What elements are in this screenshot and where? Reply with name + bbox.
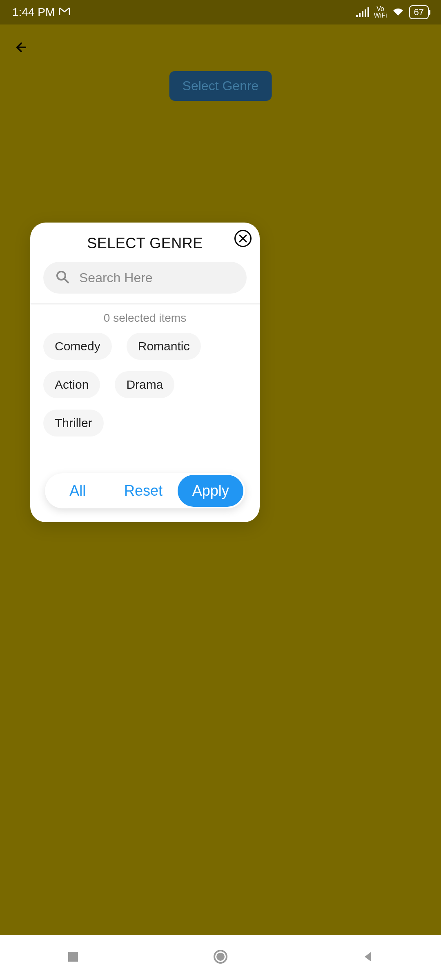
all-button[interactable]: All bbox=[45, 473, 111, 508]
app-body: Select Genre SELECT GENRE 0 selected ite… bbox=[0, 24, 441, 935]
reset-button[interactable]: Reset bbox=[111, 473, 176, 508]
navigation-bar bbox=[0, 935, 441, 980]
status-left: 1:44 PM bbox=[12, 6, 70, 19]
nav-back-button[interactable] bbox=[361, 949, 375, 966]
genre-chip-action[interactable]: Action bbox=[43, 371, 100, 398]
nav-home-button[interactable] bbox=[212, 949, 229, 967]
apply-button[interactable]: Apply bbox=[178, 475, 243, 507]
search-wrap bbox=[30, 262, 260, 303]
battery-indicator: 67 bbox=[409, 5, 429, 19]
status-bar: 1:44 PM Vo WiFi 67 bbox=[0, 0, 441, 24]
search-icon bbox=[56, 270, 69, 285]
genre-chip-drama[interactable]: Drama bbox=[115, 371, 174, 398]
gmail-icon bbox=[59, 6, 70, 19]
svg-rect-4 bbox=[368, 7, 369, 17]
svg-rect-1 bbox=[359, 13, 361, 17]
svg-point-9 bbox=[216, 953, 225, 961]
dialog-title: SELECT GENRE bbox=[42, 235, 247, 252]
genre-chip-romantic[interactable]: Romantic bbox=[127, 333, 201, 360]
selected-count-label: 0 selected items bbox=[30, 305, 260, 329]
search-field[interactable] bbox=[43, 262, 247, 294]
genre-chips: Comedy Romantic Action Drama Thriller bbox=[30, 329, 260, 449]
nav-recent-button[interactable] bbox=[66, 949, 80, 966]
svg-rect-2 bbox=[362, 11, 363, 17]
status-right: Vo WiFi 67 bbox=[356, 5, 429, 19]
svg-rect-3 bbox=[365, 9, 366, 17]
genre-chip-comedy[interactable]: Comedy bbox=[43, 333, 112, 360]
wifi-icon bbox=[392, 6, 404, 19]
dialog-actions: All Reset Apply bbox=[45, 473, 245, 508]
genre-chip-thriller[interactable]: Thriller bbox=[43, 410, 104, 437]
vowifi-label: Vo WiFi bbox=[374, 6, 387, 19]
select-genre-dialog: SELECT GENRE 0 selected items Comedy Rom… bbox=[30, 223, 260, 522]
svg-rect-7 bbox=[68, 952, 78, 962]
dialog-header: SELECT GENRE bbox=[30, 223, 260, 262]
close-icon bbox=[238, 234, 247, 243]
status-time: 1:44 PM bbox=[12, 6, 55, 19]
cellular-signal-icon bbox=[356, 7, 369, 17]
close-button[interactable] bbox=[234, 230, 252, 247]
svg-line-6 bbox=[65, 279, 68, 283]
svg-rect-0 bbox=[356, 15, 358, 17]
search-input[interactable] bbox=[79, 270, 234, 285]
